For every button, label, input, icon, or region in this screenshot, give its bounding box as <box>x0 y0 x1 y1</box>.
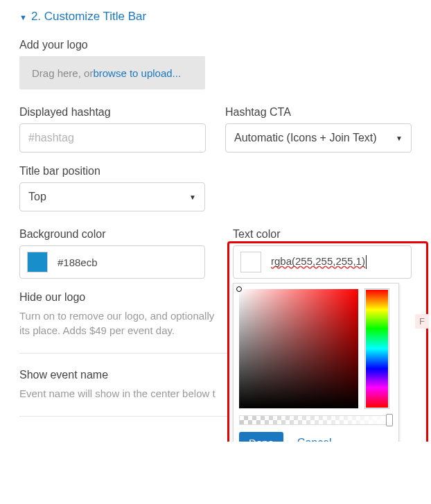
chevron-down-icon: ▼ <box>189 193 196 201</box>
divider <box>19 353 227 354</box>
position-value: Top <box>28 191 46 203</box>
show-name-label: Show event name <box>19 369 255 381</box>
browse-link[interactable]: browse to upload... <box>93 67 181 79</box>
bgcolor-field[interactable]: #188ecb <box>19 245 205 279</box>
section-header[interactable]: ▼ 2. Customize Title Bar <box>19 10 412 24</box>
cancel-button[interactable]: Cancel <box>293 436 336 442</box>
cta-value: Automatic (Icons + Join Text) <box>234 132 377 144</box>
hue-slider[interactable] <box>365 289 389 408</box>
bgcolor-value: #188ecb <box>58 257 98 268</box>
position-label: Title bar position <box>19 165 412 177</box>
bgcolor-label: Background color <box>19 228 205 241</box>
divider <box>19 416 227 417</box>
upload-dropzone[interactable]: Drag here, or browse to upload... <box>19 56 205 89</box>
done-button[interactable]: Done <box>239 432 283 442</box>
chevron-down-icon: ▼ <box>396 134 403 142</box>
position-select[interactable]: Top ▼ <box>19 182 205 211</box>
alpha-handle[interactable] <box>386 414 393 426</box>
logo-label: Add your logo <box>19 39 412 51</box>
color-picker-area: rgba(255,255,255,1) F Done Cancel <box>233 245 412 279</box>
hashtag-label: Displayed hashtag <box>19 106 206 119</box>
textcolor-value: rgba(255,255,255,1) <box>271 255 365 267</box>
cta-label: Hashtag CTA <box>225 106 412 119</box>
show-name-desc: Event name will show in the center below… <box>19 386 255 401</box>
text-cursor <box>366 255 367 269</box>
caret-down-icon: ▼ <box>19 13 27 21</box>
drag-text: Drag here, or <box>32 67 93 79</box>
hide-logo-label: Hide our logo <box>19 291 248 304</box>
off-chip: F <box>415 314 429 329</box>
color-picker-popover: Done Cancel <box>233 283 399 442</box>
bgcolor-swatch[interactable] <box>27 252 48 272</box>
section-title: 2. Customize Title Bar <box>31 10 146 24</box>
sv-handle[interactable] <box>236 286 242 292</box>
saturation-value-area[interactable] <box>239 289 358 408</box>
hashtag-input[interactable] <box>19 123 206 153</box>
hide-logo-desc: Turn on to remove our logo, and optional… <box>19 309 248 338</box>
textcolor-field[interactable]: rgba(255,255,255,1) <box>233 245 412 279</box>
textcolor-label: Text color <box>233 228 412 241</box>
alpha-slider[interactable] <box>239 415 390 425</box>
cta-select[interactable]: Automatic (Icons + Join Text) ▼ <box>225 123 412 153</box>
textcolor-swatch[interactable] <box>240 252 261 272</box>
